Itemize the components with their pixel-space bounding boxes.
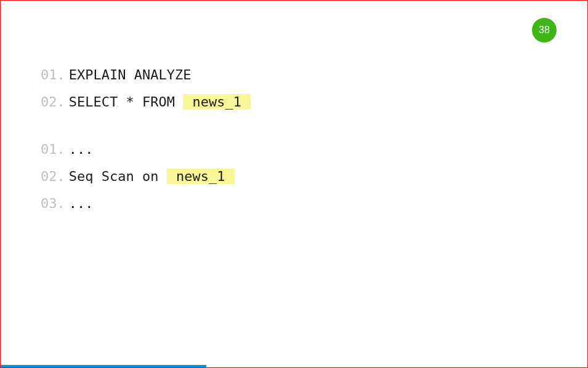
code-line: 01.... <box>41 143 547 156</box>
code-block-output: 01....02.Seq Scan on news_1 03.... <box>41 143 547 210</box>
code-text: EXPLAIN ANALYZE <box>69 68 191 82</box>
slide-content: 01.EXPLAIN ANALYZE02.SELECT * FROM news_… <box>41 68 547 244</box>
page-number-badge: 38 <box>532 18 557 42</box>
code-line: 02.SELECT * FROM news_1 <box>41 95 547 109</box>
plain-text: Seq Scan on <box>69 169 167 184</box>
code-text: Seq Scan on news_1 <box>69 170 235 183</box>
code-line: 01.EXPLAIN ANALYZE <box>41 68 547 82</box>
highlighted-text: news_1 <box>183 94 251 110</box>
code-block-query: 01.EXPLAIN ANALYZE02.SELECT * FROM news_… <box>41 68 547 109</box>
plain-text: SELECT * FROM <box>69 94 183 110</box>
code-text: SELECT * FROM news_1 <box>69 95 251 109</box>
plain-text: EXPLAIN ANALYZE <box>69 67 191 82</box>
code-text: ... <box>69 143 94 156</box>
code-line: 03.... <box>41 197 547 210</box>
line-number: 03. <box>41 197 65 210</box>
line-number: 01. <box>41 68 65 82</box>
plain-text: ... <box>69 196 94 211</box>
progress-bar <box>1 365 206 367</box>
page-number-text: 38 <box>539 25 550 36</box>
line-number: 02. <box>41 95 65 109</box>
code-line: 02.Seq Scan on news_1 <box>41 170 547 183</box>
plain-text: ... <box>69 142 94 157</box>
line-number: 02. <box>41 170 65 183</box>
highlighted-text: news_1 <box>167 169 235 184</box>
line-number: 01. <box>41 143 65 156</box>
code-text: ... <box>69 197 94 210</box>
